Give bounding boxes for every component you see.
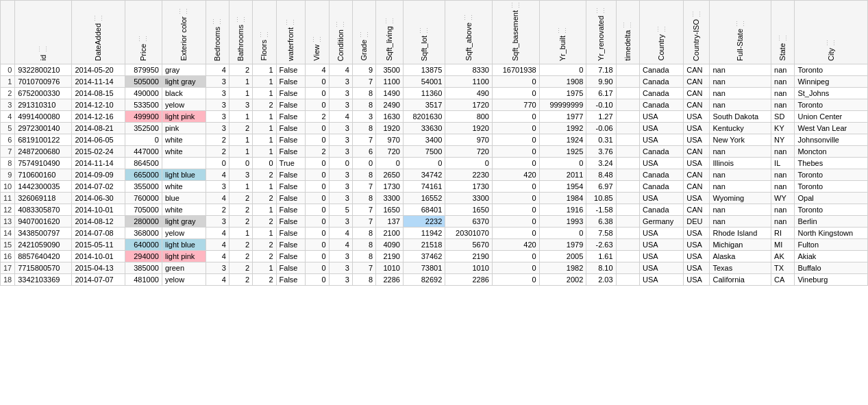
table-row[interactable]: 724872006802015-02-24447000white211False… [1,146,868,158]
cell-city[interactable]: Toronto [795,181,868,193]
cell-yr-built[interactable]: 2002 [539,274,586,286]
cell-city[interactable]: Fulton [795,239,868,251]
cell-exterior-color[interactable]: pink [162,123,206,134]
cell-waterfront[interactable]: False [276,99,306,111]
cell-dateadded[interactable]: 2014-11-14 [72,158,125,169]
cell-view[interactable]: 0 [306,169,329,181]
cell-floors[interactable]: 2 [253,193,276,204]
cell-full-state[interactable]: Rhode Island [710,228,771,239]
cell-floors[interactable]: 1 [253,111,276,123]
cell-view[interactable]: 0 [306,274,329,286]
cell-view[interactable]: 0 [306,204,329,216]
cell-sqft-above[interactable]: 1100 [445,76,493,88]
sort-handle[interactable]: ⋮⋮ [356,32,373,38]
cell-yr-renovated[interactable]: 9.90 [586,76,616,88]
cell-yr-renovated[interactable]: 10.85 [586,193,616,204]
cell-condition[interactable]: 0 [329,158,352,169]
cell-sqft-basement[interactable]: 0 [492,134,539,146]
cell-waterfront[interactable]: False [276,169,306,181]
cell-price[interactable]: 447000 [125,146,162,158]
cell-country-iso[interactable]: USA [684,228,710,239]
cell-sqft-basement[interactable]: 0 [492,228,539,239]
cell-yr-renovated[interactable]: 2.03 [586,274,616,286]
cell-country-iso[interactable]: USA [684,239,710,251]
cell-city[interactable]: Winnipeg [795,76,868,88]
data-table-container[interactable]: ⋮⋮id⋮⋮DateAdded⋮⋮Price⋮⋮Exterior color⋮⋮… [0,0,868,286]
cell-full-state[interactable]: nan [710,204,771,216]
cell-timedelta[interactable] [616,111,639,123]
cell-yr-renovated[interactable]: 6.38 [586,216,616,228]
cell-sqft-above[interactable]: 970 [445,134,493,146]
cell-sqft-lot[interactable]: 73801 [403,262,445,274]
sort-handle[interactable]: ⋮⋮ [165,8,203,15]
cell-view[interactable]: 0 [306,123,329,134]
cell-country-iso[interactable]: CAN [684,64,710,76]
cell-timedelta[interactable] [616,123,639,134]
cell-id[interactable]: 7715800570 [15,262,72,274]
cell-bathrooms[interactable]: 1 [229,76,252,88]
cell-country-iso[interactable]: CAN [684,204,710,216]
cell-state[interactable]: nan [771,88,795,99]
cell-sqft-living[interactable]: 4090 [376,239,404,251]
cell-yr-renovated[interactable]: 8.48 [586,169,616,181]
cell-grade[interactable]: 8 [352,123,375,134]
cell-dateadded[interactable]: 2014-08-12 [72,216,125,228]
cell-waterfront[interactable]: False [276,239,306,251]
cell-full-state[interactable]: nan [710,76,771,88]
cell-view[interactable]: 2 [306,146,329,158]
cell-state[interactable]: NY [771,134,795,146]
cell-sqft-lot[interactable]: 11360 [403,88,445,99]
sort-handle[interactable]: ⋮⋮ [643,26,680,33]
cell-sqft-living[interactable]: 3500 [376,64,404,76]
cell-full-state[interactable]: Texas [710,262,771,274]
cell-bedrooms[interactable]: 4 [206,274,229,286]
cell-bathrooms[interactable]: 1 [229,146,252,158]
col-header-bathrooms[interactable]: ⋮⋮Bathrooms [229,1,252,64]
cell-floors[interactable]: 2 [253,169,276,181]
cell-timedelta[interactable] [616,64,639,76]
cell-exterior-color[interactable]: blue [162,193,206,204]
cell-yr-renovated[interactable]: -0.10 [586,99,616,111]
cell-yr-built[interactable]: 0 [539,64,586,76]
cell-id[interactable]: 7010700976 [15,76,72,88]
cell-state[interactable]: WY [771,193,795,204]
cell-timedelta[interactable] [616,204,639,216]
cell-dateadded[interactable]: 2015-02-24 [72,146,125,158]
cell-city[interactable]: Johnsonville [795,134,868,146]
cell-state[interactable]: nan [771,181,795,193]
table-row[interactable]: 668191001222014-06-050white211False03797… [1,134,868,146]
cell-floors[interactable]: 1 [253,134,276,146]
cell-bathrooms[interactable]: 1 [229,134,252,146]
cell-exterior-color[interactable]: white [162,181,206,193]
table-row[interactable]: 1240833058702014-10-01705000white221Fals… [1,204,868,216]
cell-price[interactable]: 705000 [125,204,162,216]
cell-city[interactable]: Berlin [795,216,868,228]
cell-dateadded[interactable]: 2014-07-07 [72,274,125,286]
cell-sqft-above[interactable]: 2190 [445,251,493,262]
cell-condition[interactable]: 3 [329,99,352,111]
cell-condition[interactable]: 3 [329,216,352,228]
cell-timedelta[interactable] [616,251,639,262]
table-row[interactable]: 1833421033692014-07-07481000yelow422Fals… [1,274,868,286]
cell-sqft-above[interactable]: 5670 [445,239,493,251]
cell-grade[interactable]: 8 [352,88,375,99]
cell-full-state[interactable]: nan [710,99,771,111]
cell-dateadded[interactable]: 2015-04-13 [72,262,125,274]
cell-bathrooms[interactable]: 2 [229,274,252,286]
cell-grade[interactable]: 6 [352,146,375,158]
table-row[interactable]: 1014423000352014-07-02355000white311Fals… [1,181,868,193]
col-header-sqft-basement[interactable]: ⋮⋮Sqft_basement [492,1,539,64]
sort-handle[interactable]: ⋮⋮ [495,2,536,9]
cell-full-state[interactable]: South Dakota [710,111,771,123]
cell-country-iso[interactable]: USA [684,193,710,204]
sort-handle[interactable]: ⋮⋮ [280,19,303,26]
sort-handle[interactable]: ⋮⋮ [75,15,121,22]
sort-handle[interactable]: ⋮⋮ [797,40,865,47]
cell-country-iso[interactable]: USA [684,251,710,262]
cell-floors[interactable]: 1 [253,181,276,193]
cell-floors[interactable]: 1 [253,64,276,76]
cell-grade[interactable]: 7 [352,204,375,216]
cell-dateadded[interactable]: 2014-10-01 [72,204,125,216]
cell-sqft-living[interactable]: 1920 [376,123,404,134]
cell-dateadded[interactable]: 2014-12-16 [72,111,125,123]
